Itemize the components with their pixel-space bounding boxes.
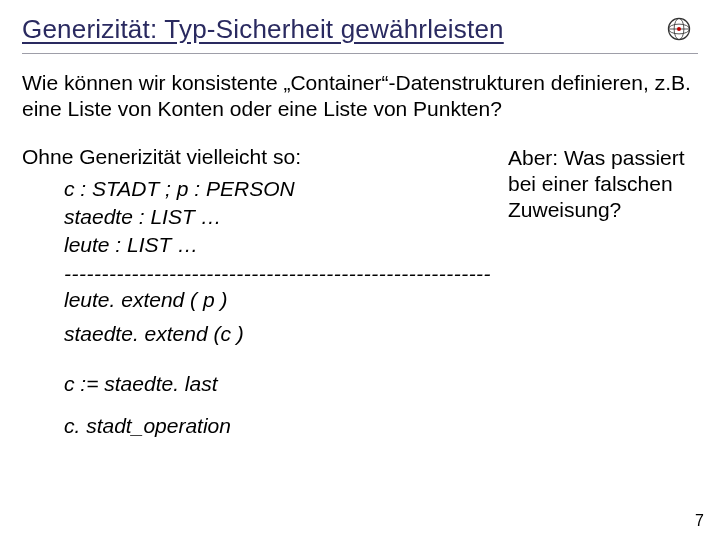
call-leute-extend: leute. extend ( p ): [22, 288, 698, 312]
title-divider: [22, 53, 698, 54]
intro-text: Ohne Generizität vielleicht so:: [22, 145, 500, 169]
content-row: Ohne Generizität vielleicht so: c : STAD…: [22, 145, 698, 260]
page-number: 7: [695, 512, 704, 530]
title-row: Generizität: Typ-Sicherheit gewährleiste…: [22, 14, 698, 45]
left-column: Ohne Generizität vielleicht so: c : STAD…: [22, 145, 500, 260]
svg-point-4: [677, 27, 681, 31]
assignment-line: c := staedte. last: [22, 372, 698, 396]
decl-line-3: leute : LIST …: [64, 231, 500, 259]
question-text: Wie können wir konsistente „Container“-D…: [22, 70, 698, 123]
call-staedte-extend: staedte. extend (c ): [22, 322, 698, 346]
slide: Generizität: Typ-Sicherheit gewährleiste…: [0, 0, 720, 540]
operation-line: c. stadt_operation: [22, 414, 698, 438]
separator-dashes: ----------------------------------------…: [22, 262, 698, 286]
globe-icon: [666, 16, 692, 42]
decl-line-2: staedte : LIST …: [64, 203, 500, 231]
aside-text: Aber: Was passiert bei einer falschen Zu…: [500, 145, 698, 224]
declarations: c : STADT ; p : PERSON staedte : LIST … …: [22, 175, 500, 260]
slide-title: Generizität: Typ-Sicherheit gewährleiste…: [22, 14, 504, 45]
decl-line-1: c : STADT ; p : PERSON: [64, 175, 500, 203]
